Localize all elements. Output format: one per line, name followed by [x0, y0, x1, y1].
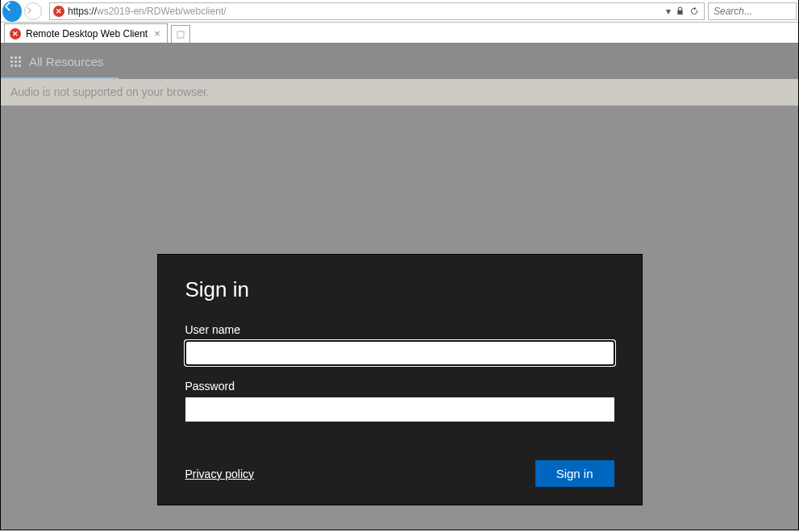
- browser-search[interactable]: [708, 2, 797, 20]
- signin-button[interactable]: Sign in: [535, 460, 614, 487]
- browser-toolbar: ✕ https:// ws2019-en/RDWeb/webclient/ ▾: [1, 0, 798, 23]
- new-tab-button[interactable]: [171, 25, 190, 43]
- signin-dialog: Sign in User name Password Privacy polic…: [158, 255, 642, 505]
- browser-search-input[interactable]: [709, 6, 796, 17]
- address-bar[interactable]: ✕ https:// ws2019-en/RDWeb/webclient/ ▾: [49, 2, 705, 20]
- tab-strip: ✕ Remote Desktop Web Client ×: [1, 23, 798, 44]
- tab-favicon: ✕: [10, 28, 21, 39]
- refresh-icon[interactable]: [689, 6, 699, 16]
- password-label: Password: [185, 380, 614, 393]
- username-input[interactable]: [185, 341, 614, 365]
- username-label: User name: [185, 323, 614, 336]
- dropdown-icon[interactable]: ▾: [666, 6, 671, 17]
- privacy-policy-link[interactable]: Privacy policy: [185, 468, 255, 480]
- page-viewport: All Resources Audio is not supported on …: [1, 44, 798, 530]
- lock-icon[interactable]: [676, 6, 685, 15]
- site-favicon: ✕: [53, 6, 65, 17]
- tab-title: Remote Desktop Web Client: [26, 28, 148, 39]
- back-button[interactable]: [1, 0, 23, 23]
- url-protocol: https://: [68, 6, 97, 17]
- tab-rdweb[interactable]: ✕ Remote Desktop Web Client ×: [4, 23, 168, 43]
- svg-rect-0: [177, 31, 184, 38]
- forward-button[interactable]: [23, 0, 46, 23]
- dialog-title: Sign in: [185, 277, 614, 302]
- password-input[interactable]: [185, 397, 614, 422]
- url-path: ws2019-en/RDWeb/webclient/: [97, 6, 227, 17]
- tab-close-icon[interactable]: ×: [152, 27, 162, 39]
